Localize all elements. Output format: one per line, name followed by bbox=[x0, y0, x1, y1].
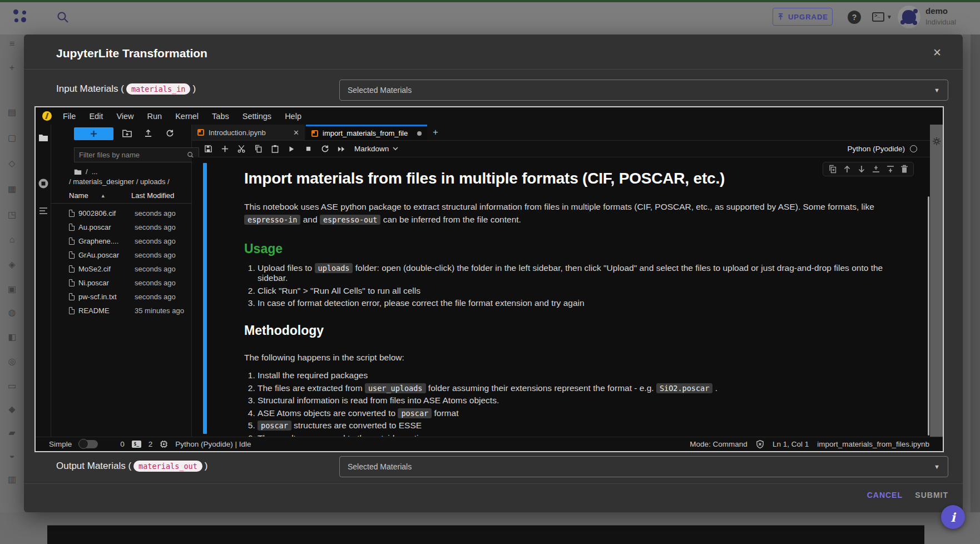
save-icon[interactable] bbox=[200, 145, 216, 153]
console-menu-button[interactable]: ▼ bbox=[872, 12, 892, 22]
menu-item-edit[interactable]: Edit bbox=[82, 112, 110, 121]
right-side-panel bbox=[930, 125, 943, 437]
notebook-area[interactable]: Import materials from files in multiple … bbox=[192, 157, 943, 437]
close-icon[interactable]: ✕ bbox=[930, 46, 944, 59]
file-icon bbox=[69, 251, 75, 259]
file-row[interactable]: Graphene....seconds ago bbox=[69, 234, 188, 248]
background-sidebar-panel-11-icon: ◎ bbox=[0, 356, 24, 367]
inline-code: espresso-out bbox=[320, 215, 381, 225]
tab-bar: Introduction.ipynb ✕ import_materials_fr… bbox=[192, 125, 943, 141]
upload-icon[interactable] bbox=[144, 129, 152, 137]
kernel-idle-icon bbox=[910, 145, 917, 152]
file-browser-tab-icon[interactable] bbox=[38, 133, 48, 142]
menu-item-view[interactable]: View bbox=[110, 112, 140, 121]
background-sidebar-panel-7-icon: ◈ bbox=[0, 259, 24, 270]
cursor-position[interactable]: Ln 1, Col 1 bbox=[773, 440, 809, 448]
notebook-toolbar: Markdown Python (Pyodide) bbox=[192, 141, 943, 157]
top-accent-strip bbox=[0, 0, 980, 2]
refresh-icon[interactable] bbox=[166, 129, 174, 137]
upgrade-button[interactable]: UPGRADE bbox=[773, 8, 833, 26]
notebook-scrollbar[interactable] bbox=[928, 196, 929, 436]
close-icon[interactable]: ✕ bbox=[293, 128, 299, 137]
input-materials-select[interactable]: Selected Materials ▼ bbox=[339, 80, 948, 101]
simple-mode-toggle[interactable] bbox=[79, 440, 98, 448]
paste-icon[interactable] bbox=[266, 145, 283, 153]
cpu-icon bbox=[160, 440, 168, 448]
gear-icon[interactable] bbox=[932, 137, 941, 146]
help-button[interactable]: ? bbox=[848, 11, 861, 24]
copy-icon[interactable] bbox=[250, 145, 266, 153]
new-folder-icon[interactable] bbox=[122, 129, 132, 137]
file-icon bbox=[69, 224, 75, 231]
file-name: GrAu.poscar bbox=[78, 251, 119, 259]
menu-item-settings[interactable]: Settings bbox=[236, 112, 278, 121]
list-item: In case of format detection error, pleas… bbox=[258, 298, 912, 308]
command-mode-indicator[interactable]: Mode: Command bbox=[690, 440, 748, 448]
list-item: Upload files to uploads folder: open (do… bbox=[258, 263, 912, 283]
cancel-button[interactable]: CANCEL bbox=[867, 491, 903, 500]
search-icon[interactable] bbox=[56, 11, 70, 24]
file-modified: seconds ago bbox=[135, 251, 176, 259]
output-materials-select[interactable]: Selected Materials ▼ bbox=[339, 456, 948, 477]
dialog-title: JupyterLite Transformation bbox=[56, 47, 207, 60]
status-bar: Simple 0 $_ 2 Python (Pyodide) | Idle Mo… bbox=[36, 437, 943, 451]
listing-header[interactable]: Name ▲ Last Modified bbox=[69, 191, 186, 202]
menu-item-kernel[interactable]: Kernel bbox=[169, 112, 205, 121]
file-name: Graphene.... bbox=[78, 237, 118, 245]
unsaved-changes-dot bbox=[417, 131, 422, 136]
cut-icon[interactable] bbox=[233, 145, 250, 153]
file-row[interactable]: MoSe2.cifseconds ago bbox=[69, 262, 188, 276]
background-sidebar-panel-2-icon: ▢ bbox=[0, 132, 24, 143]
inline-code: poscar bbox=[398, 408, 432, 418]
tab-introduction[interactable]: Introduction.ipynb ✕ bbox=[192, 125, 305, 140]
table-of-contents-icon[interactable] bbox=[39, 207, 48, 215]
restart-kernel-icon[interactable] bbox=[316, 145, 333, 153]
console-icon bbox=[872, 12, 884, 22]
jupyterlite-panel: FileEditViewRunKernelTabsSettingsHelp bbox=[34, 106, 944, 452]
menu-item-file[interactable]: File bbox=[56, 112, 82, 121]
file-row[interactable]: pw-scf.in.txtseconds ago bbox=[69, 290, 188, 304]
terminals-count[interactable]: 0 bbox=[120, 440, 125, 448]
submit-button[interactable]: SUBMIT bbox=[915, 491, 948, 500]
stop-icon[interactable] bbox=[300, 145, 316, 152]
menu-item-help[interactable]: Help bbox=[278, 112, 308, 121]
new-tab-button[interactable]: + bbox=[427, 125, 444, 140]
file-row[interactable]: Au.poscarseconds ago bbox=[69, 220, 188, 234]
info-button[interactable]: i bbox=[941, 505, 965, 529]
menu-item-tabs[interactable]: Tabs bbox=[205, 112, 236, 121]
menu-item-run[interactable]: Run bbox=[141, 112, 169, 121]
run-icon[interactable] bbox=[283, 145, 300, 153]
file-row[interactable]: 9002806.cifseconds ago bbox=[69, 206, 188, 220]
header-divider bbox=[24, 69, 963, 70]
chevron-down-icon: ▼ bbox=[887, 14, 892, 20]
running-sessions-icon[interactable] bbox=[38, 178, 49, 189]
jupyterlite-logo-icon bbox=[42, 111, 52, 121]
add-cell-icon[interactable] bbox=[216, 145, 233, 153]
kernel-indicator[interactable]: Python (Pyodide) bbox=[847, 145, 936, 153]
run-all-icon[interactable] bbox=[333, 145, 350, 153]
file-name: 9002806.cif bbox=[78, 209, 116, 217]
brand-logo-icon[interactable] bbox=[12, 8, 29, 25]
filter-files-input[interactable] bbox=[79, 151, 187, 159]
file-row[interactable]: README35 minutes ago bbox=[69, 304, 188, 318]
tab-import-materials[interactable]: import_materials_from_file bbox=[306, 125, 427, 140]
breadcrumb[interactable]: / ... bbox=[74, 167, 97, 176]
methodology-heading: Methodology bbox=[244, 323, 912, 338]
inline-code: SiO2.poscar bbox=[656, 383, 712, 393]
kernels-count[interactable]: 2 bbox=[149, 440, 153, 448]
file-row[interactable]: Ni.poscarseconds ago bbox=[69, 276, 188, 290]
file-row[interactable]: GrAu.poscarseconds ago bbox=[69, 248, 188, 262]
background-sidebar-panel-3-icon: ◇ bbox=[0, 158, 24, 169]
background-sidebar-panel-16-icon: ▥ bbox=[0, 474, 24, 484]
menu-items: FileEditViewRunKernelTabsSettingsHelp bbox=[56, 111, 308, 121]
inline-code: user_uploads bbox=[365, 383, 426, 393]
upgrade-label: UPGRADE bbox=[788, 13, 828, 21]
breadcrumb-path[interactable]: / materials_designer / uploads / bbox=[69, 177, 170, 186]
kernel-status-text[interactable]: Python (Pyodide) | Idle bbox=[175, 440, 251, 448]
list-item: ASE Atoms objects are converted to posca… bbox=[258, 408, 912, 418]
cell-type-dropdown[interactable]: Markdown bbox=[354, 145, 398, 153]
avatar[interactable] bbox=[898, 6, 920, 28]
new-launcher-button[interactable] bbox=[74, 127, 113, 140]
notebook-icon bbox=[311, 130, 318, 137]
inline-code: uploads bbox=[315, 263, 353, 273]
